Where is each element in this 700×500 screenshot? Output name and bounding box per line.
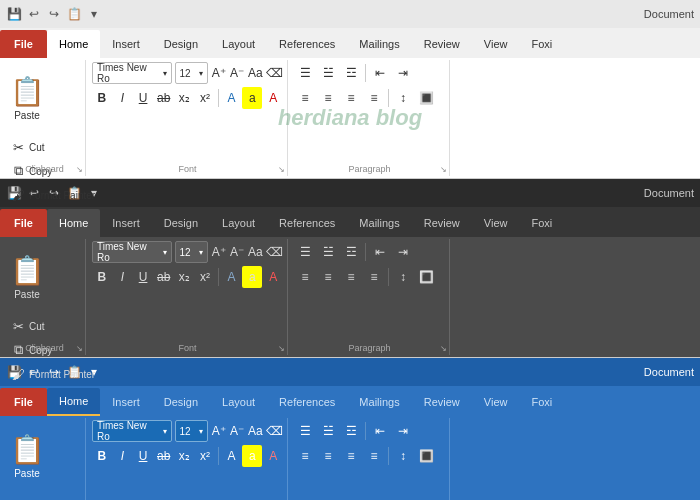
- font-name-select-1[interactable]: Times New Ro ▾: [92, 62, 172, 84]
- paste-button-1[interactable]: 📋 Paste: [6, 62, 48, 134]
- decrease-indent-btn-3[interactable]: ⇤: [369, 420, 391, 442]
- tab-home-2[interactable]: Home: [47, 209, 100, 237]
- highlight-btn-3[interactable]: a: [242, 445, 262, 467]
- cut-button-2[interactable]: ✂ Cut: [8, 315, 97, 337]
- highlight-btn-2[interactable]: a: [242, 266, 262, 288]
- numbered-btn-2[interactable]: ☱: [317, 241, 339, 263]
- numbered-btn-3[interactable]: ☱: [317, 420, 339, 442]
- tab-file-1[interactable]: File: [0, 30, 47, 58]
- format-painter-button-2[interactable]: 🖌 Format Painter: [8, 363, 97, 385]
- tab-insert-1[interactable]: Insert: [100, 30, 152, 58]
- cut-button-1[interactable]: ✂ Cut: [8, 136, 97, 158]
- underline-btn-3[interactable]: U: [133, 445, 153, 467]
- bullets-btn-1[interactable]: ☰: [294, 62, 316, 84]
- clipboard-expand-1[interactable]: ↘: [76, 165, 83, 174]
- tab-review-1[interactable]: Review: [412, 30, 472, 58]
- increase-font-btn-2[interactable]: A⁺: [211, 241, 226, 263]
- tab-foxi-3[interactable]: Foxi: [519, 388, 564, 416]
- superscript-btn-3[interactable]: x²: [195, 445, 215, 467]
- para-expand-1[interactable]: ↘: [440, 165, 447, 174]
- align-right-btn-2[interactable]: ≡: [340, 266, 362, 288]
- tab-review-2[interactable]: Review: [412, 209, 472, 237]
- text-color-btn-2[interactable]: A: [263, 266, 283, 288]
- cut-button-3[interactable]: ✂ Cut: [8, 494, 97, 500]
- font-color-btn-2[interactable]: A: [222, 266, 242, 288]
- italic-btn-2[interactable]: I: [113, 266, 133, 288]
- font-size-select-2[interactable]: 12 ▾: [175, 241, 209, 263]
- clear-format-btn-2[interactable]: ⌫: [266, 241, 283, 263]
- tab-design-3[interactable]: Design: [152, 388, 210, 416]
- multilevel-btn-2[interactable]: ☲: [340, 241, 362, 263]
- change-case-btn-3[interactable]: Aa: [248, 420, 263, 442]
- subscript-btn-1[interactable]: x₂: [175, 87, 195, 109]
- align-left-btn-2[interactable]: ≡: [294, 266, 316, 288]
- text-color-btn-3[interactable]: A: [263, 445, 283, 467]
- tab-insert-2[interactable]: Insert: [100, 209, 152, 237]
- shading-btn-1[interactable]: 🔳: [415, 87, 437, 109]
- numbered-btn-1[interactable]: ☱: [317, 62, 339, 84]
- decrease-font-btn-2[interactable]: A⁻: [229, 241, 244, 263]
- font-size-select-1[interactable]: 12 ▾: [175, 62, 209, 84]
- underline-btn-1[interactable]: U: [133, 87, 153, 109]
- customize-icon[interactable]: 📋: [66, 6, 82, 22]
- undo-icon[interactable]: ↩: [26, 6, 42, 22]
- increase-indent-btn-3[interactable]: ⇥: [392, 420, 414, 442]
- decrease-font-btn-3[interactable]: A⁻: [229, 420, 244, 442]
- increase-font-btn-3[interactable]: A⁺: [211, 420, 226, 442]
- tab-design-1[interactable]: Design: [152, 30, 210, 58]
- tab-review-3[interactable]: Review: [412, 388, 472, 416]
- tab-mailings-1[interactable]: Mailings: [347, 30, 411, 58]
- increase-indent-btn-1[interactable]: ⇥: [392, 62, 414, 84]
- italic-btn-1[interactable]: I: [113, 87, 133, 109]
- tab-design-2[interactable]: Design: [152, 209, 210, 237]
- justify-btn-1[interactable]: ≡: [363, 87, 385, 109]
- tab-file-2[interactable]: File: [0, 209, 47, 237]
- bullets-btn-2[interactable]: ☰: [294, 241, 316, 263]
- shading-btn-2[interactable]: 🔳: [415, 266, 437, 288]
- decrease-indent-btn-2[interactable]: ⇤: [369, 241, 391, 263]
- tab-file-3[interactable]: File: [0, 388, 47, 416]
- line-spacing-btn-3[interactable]: ↕: [392, 445, 414, 467]
- multilevel-btn-1[interactable]: ☲: [340, 62, 362, 84]
- tab-view-2[interactable]: View: [472, 209, 520, 237]
- line-spacing-btn-2[interactable]: ↕: [392, 266, 414, 288]
- font-color-btn-3[interactable]: A: [222, 445, 242, 467]
- tab-mailings-3[interactable]: Mailings: [347, 388, 411, 416]
- align-center-btn-3[interactable]: ≡: [317, 445, 339, 467]
- tab-references-2[interactable]: References: [267, 209, 347, 237]
- para-expand-2[interactable]: ↘: [440, 344, 447, 353]
- superscript-btn-2[interactable]: x²: [195, 266, 215, 288]
- clipboard-expand-2[interactable]: ↘: [76, 344, 83, 353]
- font-name-select-2[interactable]: Times New Ro ▾: [92, 241, 172, 263]
- superscript-btn-1[interactable]: x²: [195, 87, 215, 109]
- tab-insert-3[interactable]: Insert: [100, 388, 152, 416]
- decrease-font-btn-1[interactable]: A⁻: [229, 62, 244, 84]
- redo-icon[interactable]: ↪: [46, 6, 62, 22]
- align-center-btn-1[interactable]: ≡: [317, 87, 339, 109]
- text-color-btn-1[interactable]: A: [263, 87, 283, 109]
- tab-home-1[interactable]: Home: [47, 30, 100, 58]
- align-left-btn-1[interactable]: ≡: [294, 87, 316, 109]
- highlight-btn-1[interactable]: a: [242, 87, 262, 109]
- font-expand-1[interactable]: ↘: [278, 165, 285, 174]
- shading-btn-3[interactable]: 🔳: [415, 445, 437, 467]
- tab-layout-2[interactable]: Layout: [210, 209, 267, 237]
- justify-btn-2[interactable]: ≡: [363, 266, 385, 288]
- change-case-btn-1[interactable]: Aa: [248, 62, 263, 84]
- tab-layout-1[interactable]: Layout: [210, 30, 267, 58]
- subscript-btn-3[interactable]: x₂: [175, 445, 195, 467]
- font-size-select-3[interactable]: 12 ▾: [175, 420, 209, 442]
- paste-button-2[interactable]: 📋 Paste: [6, 241, 48, 313]
- dropdown-icon[interactable]: ▾: [86, 6, 102, 22]
- align-center-btn-2[interactable]: ≡: [317, 266, 339, 288]
- multilevel-btn-3[interactable]: ☲: [340, 420, 362, 442]
- strikethrough-btn-3[interactable]: ab: [154, 445, 174, 467]
- tab-mailings-2[interactable]: Mailings: [347, 209, 411, 237]
- bold-btn-1[interactable]: B: [92, 87, 112, 109]
- align-right-btn-3[interactable]: ≡: [340, 445, 362, 467]
- clear-format-btn-3[interactable]: ⌫: [266, 420, 283, 442]
- save-icon[interactable]: 💾: [6, 6, 22, 22]
- tab-view-3[interactable]: View: [472, 388, 520, 416]
- tab-view-1[interactable]: View: [472, 30, 520, 58]
- tab-foxi-1[interactable]: Foxi: [519, 30, 564, 58]
